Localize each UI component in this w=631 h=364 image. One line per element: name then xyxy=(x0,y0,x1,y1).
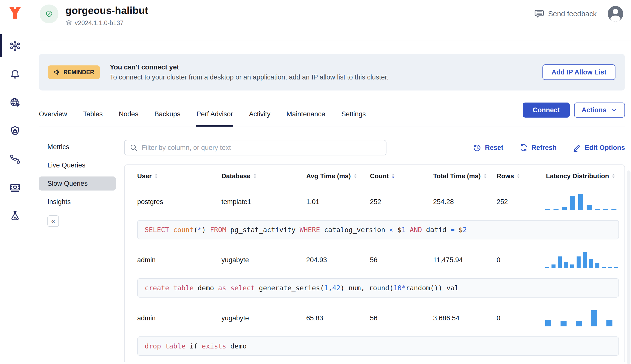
cluster-hub-icon xyxy=(9,40,21,52)
column-header-latency-distribution[interactable]: Latency Distribution xyxy=(535,172,624,180)
cell-user: postgres xyxy=(125,198,209,206)
layers-icon xyxy=(65,20,72,26)
banner-title: You can't connect yet xyxy=(110,63,389,71)
tab-maintenance[interactable]: Maintenance xyxy=(286,97,325,127)
cell-total-time-ms: 11,475.94 xyxy=(421,256,484,264)
tab-tables[interactable]: Tables xyxy=(83,97,103,127)
rail-nav xyxy=(0,32,30,230)
column-label: Avg Time (ms) xyxy=(306,172,351,180)
sidebar-item-usage[interactable] xyxy=(0,173,30,202)
sidebar-item-network[interactable] xyxy=(0,88,30,117)
tab-activity[interactable]: Activity xyxy=(249,97,271,127)
left-rail xyxy=(0,0,30,364)
collapse-sidebar-button[interactable]: « xyxy=(47,215,59,227)
chevron-down-icon xyxy=(611,107,617,113)
cell-database: template1 xyxy=(209,198,294,206)
cell-total-time-ms: 3,686.54 xyxy=(421,314,484,322)
slow-queries-panel: Reset Refresh xyxy=(124,140,625,362)
globe-gear-icon xyxy=(9,97,21,108)
subnav-item-slow-queries[interactable]: Slow Queries xyxy=(39,176,116,191)
sql-query-text: create table demo as select generate_ser… xyxy=(137,278,619,298)
banner-message: To connect to your cluster from a deskto… xyxy=(110,73,389,81)
slow-queries-toolbar: Reset Refresh xyxy=(124,140,625,155)
add-ip-allow-list-button[interactable]: Add IP Allow List xyxy=(542,64,615,80)
table-row[interactable]: postgrestemplate11.01252254.28252 xyxy=(125,187,624,217)
scrollbar[interactable] xyxy=(627,170,630,364)
sidebar-item-alerts[interactable] xyxy=(0,60,30,88)
pencil-icon xyxy=(573,143,581,152)
column-label: Database xyxy=(221,172,251,180)
sort-icon xyxy=(516,173,520,179)
sort-icon xyxy=(154,173,158,179)
tabs-row: OverviewTablesNodesBackupsPerf AdvisorAc… xyxy=(39,97,625,127)
latency-histogram xyxy=(545,194,624,210)
history-icon xyxy=(473,143,481,152)
edit-options-button[interactable]: Edit Options xyxy=(573,143,625,152)
column-header-rows[interactable]: Rows xyxy=(484,172,535,180)
main-area: gorgeous-halibut v2024.1.1.0-b137 Send f… xyxy=(30,0,631,364)
table-header-row: User Database Avg Time (ms) Count Total … xyxy=(125,165,624,187)
sidebar-item-labs[interactable] xyxy=(0,202,30,230)
cluster-identity: gorgeous-halibut v2024.1.1.0-b137 xyxy=(40,5,148,27)
cluster-health-badge xyxy=(40,5,58,23)
megaphone-icon xyxy=(53,69,60,76)
subnav-item-insights[interactable]: Insights xyxy=(39,195,116,209)
column-header-user[interactable]: User xyxy=(125,172,209,180)
sort-icon xyxy=(391,173,395,179)
user-avatar[interactable] xyxy=(608,6,623,22)
reset-button[interactable]: Reset xyxy=(473,143,503,152)
cell-count: 56 xyxy=(357,314,421,322)
flow-icon xyxy=(9,153,21,165)
refresh-icon xyxy=(519,143,528,152)
cell-avg-time-ms: 1.01 xyxy=(294,198,357,206)
column-header-avg-time-ms-[interactable]: Avg Time (ms) xyxy=(294,172,357,180)
cell-count: 252 xyxy=(357,198,421,206)
flask-icon xyxy=(9,210,21,222)
cluster-version: v2024.1.1.0-b137 xyxy=(75,19,124,27)
column-header-total-time-ms-[interactable]: Total Time (ms) xyxy=(421,172,484,180)
page-title: gorgeous-halibut xyxy=(65,5,148,16)
tab-nodes[interactable]: Nodes xyxy=(119,97,138,127)
filter-input[interactable] xyxy=(124,140,386,155)
query-row: SELECT count(*) FROM pg_stat_activity WH… xyxy=(125,217,624,245)
column-header-database[interactable]: Database xyxy=(209,172,294,180)
cell-count: 56 xyxy=(357,256,421,264)
sql-query-text: SELECT count(*) FROM pg_stat_activity WH… xyxy=(137,220,619,239)
tab-backups[interactable]: Backups xyxy=(154,97,181,127)
cell-rows: 252 xyxy=(484,198,535,206)
table-row[interactable]: adminyugabyte65.83563,686.540 xyxy=(125,304,624,333)
column-label: Count xyxy=(370,172,389,180)
refresh-button[interactable]: Refresh xyxy=(519,143,557,152)
yugabyte-logo-icon[interactable] xyxy=(9,6,22,20)
reminder-badge: REMINDER xyxy=(48,65,100,79)
search-icon xyxy=(130,144,138,152)
sort-icon xyxy=(353,173,357,179)
connect-button[interactable]: Connect xyxy=(523,103,570,118)
actions-dropdown-button[interactable]: Actions xyxy=(574,103,625,118)
sidebar-item-integrations[interactable] xyxy=(0,145,30,173)
heart-check-icon xyxy=(44,9,54,19)
cell-user: admin xyxy=(125,314,209,322)
subnav-item-metrics[interactable]: Metrics xyxy=(39,140,116,154)
cell-avg-time-ms: 204.93 xyxy=(294,256,357,264)
tab-overview[interactable]: Overview xyxy=(39,97,67,127)
query-row: drop table if exists demo xyxy=(125,333,624,362)
header-divider xyxy=(39,41,631,41)
tab-perf-advisor[interactable]: Perf Advisor xyxy=(196,97,233,127)
column-header-count[interactable]: Count xyxy=(357,172,421,180)
send-feedback-button[interactable]: Send feedback xyxy=(534,9,597,19)
tab-settings[interactable]: Settings xyxy=(341,97,366,127)
latency-histogram xyxy=(545,252,624,268)
reminder-banner: REMINDER You can't connect yet To connec… xyxy=(39,54,625,90)
cell-user: admin xyxy=(125,256,209,264)
sort-icon xyxy=(611,173,615,179)
sidebar-item-clusters[interactable] xyxy=(0,32,30,60)
table-row[interactable]: adminyugabyte204.935611,475.940 xyxy=(125,245,624,275)
subnav-item-live-queries[interactable]: Live Queries xyxy=(39,158,116,172)
sidebar-item-security[interactable] xyxy=(0,117,30,145)
cluster-header: gorgeous-halibut v2024.1.1.0-b137 Send f… xyxy=(30,0,631,41)
cell-rows: 0 xyxy=(484,256,535,264)
cell-database: yugabyte xyxy=(209,314,294,322)
cell-database: yugabyte xyxy=(209,256,294,264)
cell-rows: 0 xyxy=(484,314,535,322)
